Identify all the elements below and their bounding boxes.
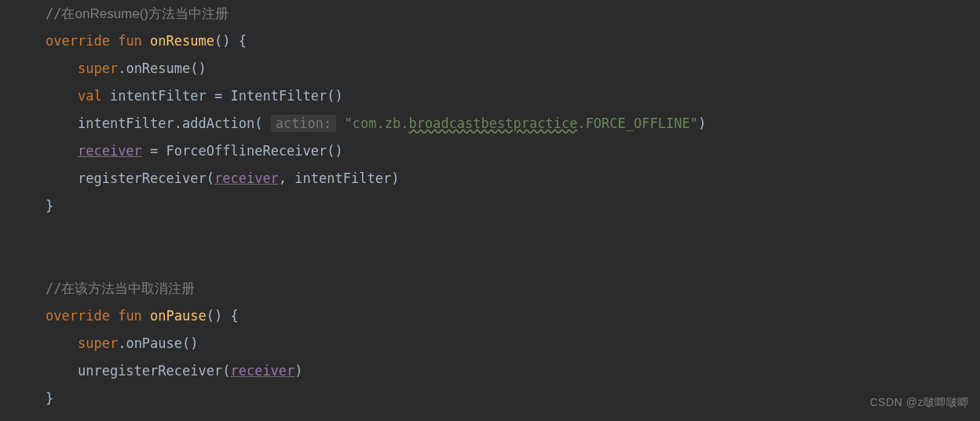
keyword-super: super [78,335,118,351]
field-receiver: receiver [214,170,279,186]
param-hint-action: action: [271,115,337,132]
code-block: //在onResume()方法当中注册 override fun onResum… [0,0,980,412]
comment-line: //在onResume()方法当中注册 [46,5,229,21]
watermark: CSDN @z啵唧啵唧 [870,389,969,416]
ctor-intentfilter: IntentFilter [231,88,327,104]
function-onpause: onPause [150,308,207,324]
field-receiver: receiver [78,143,142,159]
keyword-val: val [78,88,102,104]
call-unregisterreceiver: unregisterReceiver [78,363,222,379]
var-intentfilter: intentFilter [78,115,174,131]
keyword-fun: fun [118,308,142,324]
call-onresume: onResume [126,60,190,76]
keyword-super: super [78,60,118,76]
ctor-forceofflinereceiver: ForceOfflineReceiver [166,143,327,159]
keyword-fun: fun [118,33,142,49]
var-intentfilter: intentFilter [110,88,207,104]
string-literal: "com.zb.broadcastbestpractice.FORCE_OFFL… [345,115,698,131]
call-addaction: addAction [182,115,254,131]
var-intentfilter: intentFilter [294,170,391,186]
keyword-override: override [46,33,110,49]
comment-line: //在该方法当中取消注册 [46,280,195,296]
function-onresume: onResume [150,33,214,49]
call-registerreceiver: registerReceiver [78,170,207,186]
field-receiver: receiver [230,363,294,379]
call-onpause: onPause [126,335,182,351]
keyword-override: override [46,308,110,324]
